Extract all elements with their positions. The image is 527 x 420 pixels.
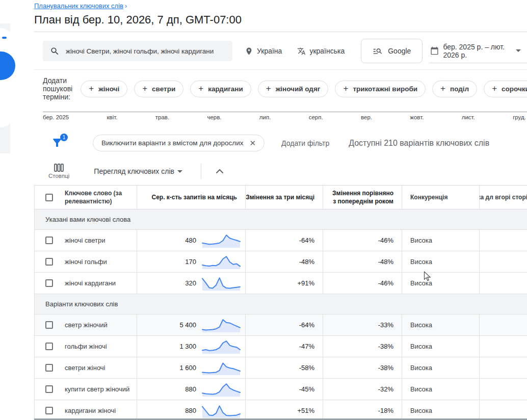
collapse-chart-button[interactable] [216,169,224,174]
table-row[interactable]: гольфи жіночі1 300-47%-38%Висока [35,336,527,357]
keyword-cell: жіночі кардигани [65,279,116,287]
columns-button[interactable]: Стовпці [48,164,69,179]
row-checkbox[interactable] [45,385,53,393]
avg-searches-cell: 1 300 [179,343,196,350]
bid-cell [480,400,527,420]
table-row[interactable]: жіночі светри480-64%-46%Висока [35,230,527,251]
breadcrumb-link[interactable]: Планувальник ключових слів [34,2,123,10]
month-tick-label: квіт. [107,114,118,120]
month-tick-label: жовт. [410,114,424,120]
nav-accent-mark [2,37,7,39]
keyword-cell: гольфи жіночі [65,343,107,350]
add-term-chip[interactable]: +сорочки [484,81,527,97]
competition-cell: Висока [402,336,480,357]
month-tick-label: трав. [155,114,169,120]
avg-searches-cell: 880 [185,407,196,414]
keyword-view-label: Перегляд ключових слів [94,167,174,175]
three-month-change-cell: +91% [246,273,323,294]
bid-cell [480,314,527,335]
row-checkbox[interactable] [45,279,53,287]
keyword-cell: купити светр жіночий [65,385,129,393]
add-filter-button[interactable]: Додати фільтр [281,139,329,147]
three-month-change-cell: -48% [246,251,323,272]
keyword-view-dropdown[interactable]: Перегляд ключових слів [94,167,182,175]
add-term-chip[interactable]: +светри [134,81,183,97]
date-range-picker[interactable]: бер. 2025 р. – лют. 2026 р. [429,39,527,63]
keyword-search-box[interactable] [43,41,232,61]
header-keyword-label: Ключове слово (за релевантністю) [65,189,127,205]
active-filter-chip[interactable]: Виключити варіанти з вмістом для доросли… [93,135,265,151]
table-row[interactable]: светри жіночі1 600-58%-38%Висока [35,357,527,379]
table-row[interactable]: жіночі кардигани320+91%-46%Висока [35,273,527,294]
trend-sparkline [201,276,241,291]
location-selector[interactable]: Україна [245,47,282,56]
keyword-search-input[interactable] [66,47,225,55]
filter-chip-label: Виключити варіанти з вмістом для доросли… [101,139,244,147]
add-terms-row: Додати пошукові терміни: +жіночі+светри+… [34,70,527,108]
yoy-change-cell: -33% [323,314,402,335]
header-competition[interactable]: Конкуренція [402,186,480,209]
bid-cell [480,336,527,357]
yoy-change-cell: -18% [323,400,402,420]
translate-icon [297,47,306,56]
keyword-cell: жіночі светри [65,237,106,244]
bid-cell [480,230,527,251]
row-checkbox[interactable] [45,237,53,244]
term-chip-label: кардигани [208,85,243,93]
plus-icon: + [266,84,271,94]
add-term-chip[interactable]: +трикотажні вироби [335,81,426,97]
header-keyword[interactable]: Ключове слово (за релевантністю) [35,186,137,209]
row-checkbox[interactable] [45,364,53,372]
term-chip-label: трикотажні вироби [353,85,417,93]
table-header-row: Ключове слово (за релевантністю) Сер. к-… [35,186,527,209]
competition-cell: Висока [402,273,480,294]
term-chip-label: поділ [450,85,469,93]
table-row[interactable]: купити светр жіночий880-45%-32%Висока [35,379,527,400]
header-yoy-change[interactable]: Змінення порівняно з попереднім роком [323,186,402,209]
add-term-chip[interactable]: +жіночий одяг [258,81,329,97]
table-row[interactable]: светр жіночий5 400-64%-33%Висока [35,314,527,336]
row-checkbox[interactable] [45,321,53,329]
term-chip-label: жіночий одяг [276,85,321,93]
date-range-label: бер. 2025 р. – лют. 2026 р. [443,43,512,59]
filter-funnel-icon[interactable]: 1 [51,137,64,150]
language-selector[interactable]: українська [297,47,345,56]
yoy-change-cell: -46% [323,273,402,294]
competition-cell: Висока [402,230,480,251]
row-checkbox[interactable] [45,343,53,350]
plus-icon: + [440,84,445,94]
add-term-chip[interactable]: +кардигани [190,81,251,97]
row-checkbox[interactable] [45,258,53,266]
avg-searches-cell: 320 [185,279,196,287]
manage-search-icon [373,46,383,56]
header-three-month-change[interactable]: Змінення за три місяці [246,186,323,209]
three-month-change-cell: -45% [246,379,323,400]
table-section-label: Варіанти ключових слів [35,294,527,314]
keywords-table: Ключове слово (за релевантністю) Сер. к-… [34,185,527,420]
add-term-chip[interactable]: +поділ [432,81,477,97]
row-checkbox[interactable] [45,407,53,414]
keyword-cell: кардигани жіночі [65,407,116,414]
add-terms-label: Додати пошукові терміни: [43,76,72,101]
page-title: План від бер. 10, 2026, 7 дп, GMT-07:00 [34,10,527,32]
trend-sparkline [201,318,241,332]
header-avg-searches[interactable]: Сер. к-сть запитів на місяць [137,186,246,209]
three-month-change-cell: -47% [246,336,323,357]
network-dropdown[interactable]: Google [361,39,423,63]
term-chip-label: светри [152,85,175,93]
plus-icon: + [89,84,94,94]
columns-icon [54,164,64,172]
select-all-checkbox[interactable] [45,194,53,201]
three-month-change-cell: +51% [246,400,323,420]
yoy-change-cell: -38% [323,357,402,378]
header-top-of-page-bid[interactable]: Ставка дл вгорі сторін [480,186,527,209]
bid-cell [480,379,527,400]
table-row[interactable]: кардигани жіночі880+51%-18%Висока [35,400,527,420]
competition-cell: Висока [402,357,480,378]
trend-sparkline [201,339,241,354]
table-row[interactable]: жіночі гольфи170-48%-48%Висока [35,251,527,273]
chevron-down-icon [516,49,521,52]
chevron-down-icon [177,170,182,173]
add-term-chip[interactable]: +жіночі [81,81,127,97]
remove-filter-icon[interactable]: ✕ [250,139,256,148]
